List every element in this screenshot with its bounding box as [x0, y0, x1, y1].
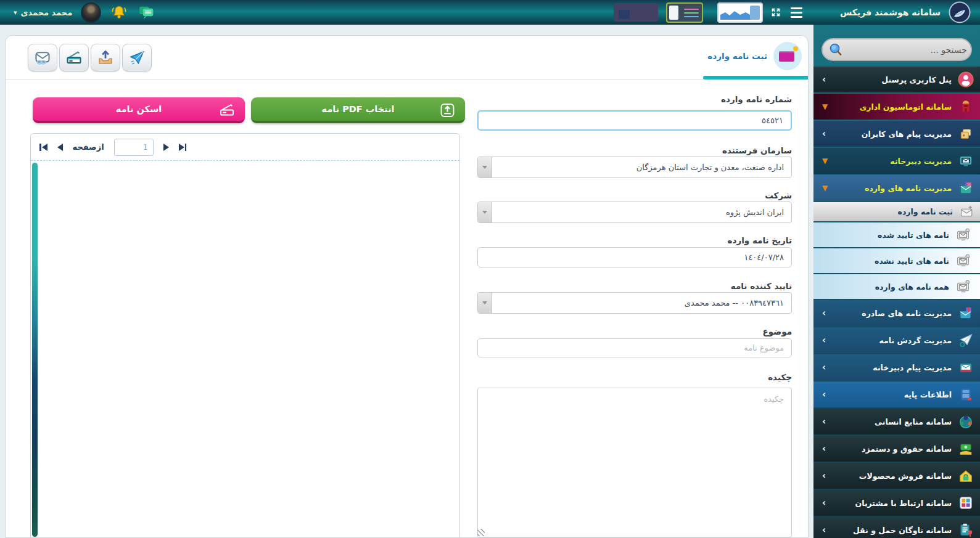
sidebar-item-fleet-system[interactable]: ‹ سامانه ناوگان حمل و نقل	[813, 517, 980, 538]
tab-register-incoming-letter[interactable]: ثبت نامه وارده	[707, 42, 802, 70]
chevron-left-icon: ‹	[822, 497, 826, 508]
upload-white-icon	[439, 102, 456, 119]
textarea-resize-grip[interactable]	[477, 529, 485, 536]
sidebar-item-hr-system[interactable]: ‹ سامانه منابع انسانی	[813, 409, 980, 434]
chevron-down-icon: ▾	[14, 9, 17, 17]
money-hand-icon	[957, 441, 974, 457]
sidebar-item-label: مدیریت پیام دبیرخانه	[873, 363, 952, 372]
messages-chat-icon[interactable]	[137, 3, 155, 22]
letter-preview-area	[31, 161, 459, 538]
dropdown-arrow-icon	[478, 157, 492, 177]
preview-scrollbar[interactable]	[32, 163, 38, 537]
all-letters-icon	[955, 279, 971, 295]
sidebar-item-personnel-panel[interactable]: ‹ پنل کاربری پرسنل	[813, 67, 980, 92]
sidebar-item-secretariat-management[interactable]: ▼ مدیریت دبیرخانه	[813, 148, 980, 174]
paper-plane-icon	[957, 332, 974, 349]
user-name-label: محمد محمدی	[21, 8, 73, 17]
send-plane-icon	[128, 49, 146, 67]
store-house-icon	[957, 468, 974, 484]
previous-page-button[interactable]	[57, 144, 63, 151]
dropdown-arrow-icon	[478, 293, 492, 313]
scan-letter-button[interactable]: اسکن نامه	[33, 97, 245, 123]
sidebar-item-office-automation[interactable]: ▼ سامانه اتوماسیون اداری	[813, 94, 980, 120]
page-number-input[interactable]	[114, 139, 154, 156]
sidebar-item-label: اطلاعات پایه	[904, 390, 952, 399]
notifications-bell-icon[interactable]	[110, 3, 128, 22]
scanner-button[interactable]	[59, 44, 89, 71]
sidebar-item-secretariat-messages[interactable]: ‹ مدیریت پیام دبیرخانه	[813, 354, 980, 380]
letter-date-input[interactable]	[477, 247, 792, 267]
letter-no-input[interactable]	[477, 110, 792, 131]
mail-book-icon	[957, 359, 974, 376]
sidebar-subitem-unapproved-letters[interactable]: نامه های تایید نشده	[813, 248, 980, 273]
user-menu[interactable]: ▾ محمد محمدی	[14, 8, 72, 17]
sidebar-item-payroll-system[interactable]: ‹ سامانه حقوق و دستمزد	[813, 436, 980, 462]
chevron-left-icon: ‹	[822, 389, 826, 400]
last-page-button[interactable]	[179, 144, 187, 151]
app-logo	[949, 1, 971, 23]
chevron-left-icon: ‹	[822, 74, 826, 85]
sidebar-item-label: سامانه اتوماسیون اداری	[860, 102, 952, 112]
tab-envelope-icon	[773, 42, 802, 70]
sidebar-item-label: سامانه ناوگان حمل و نقل	[853, 526, 952, 535]
company-value: ایران اندیش پژوه	[492, 208, 791, 217]
search-input[interactable]	[844, 45, 967, 55]
pagination-bar: ازصفحه	[31, 134, 459, 161]
sidebar-search[interactable]	[821, 38, 972, 61]
sidebar-subitem-register-incoming-letter[interactable]: ثبت نامه وارده	[813, 202, 980, 221]
sidebar-item-letter-circulation[interactable]: ‹ مدیریت گردش نامه	[813, 327, 980, 353]
register-letter-icon	[958, 203, 975, 220]
sidebar-item-incoming-letters[interactable]: ▼ مدیریت نامه های وارده	[813, 175, 980, 201]
incoming-envelope-icon	[957, 180, 974, 197]
link-mail-button[interactable]	[28, 44, 57, 71]
approver-value: ٠٠٨٣٩٤٧٣٦١ -- محمد محمدی	[492, 298, 791, 308]
sidebar-item-crm-system[interactable]: ‹ سامانه ارتباط با مشتریان	[813, 490, 980, 516]
choose-pdf-button[interactable]: انتخاب PDF نامه	[251, 97, 465, 123]
window-preview-3[interactable]	[717, 2, 763, 23]
sidebar-item-outgoing-letters[interactable]: ‹ مدیریت نامه های صادره	[813, 300, 980, 326]
send-button[interactable]	[122, 44, 152, 71]
sidebar-subitem-label: نامه های تایید شده	[878, 230, 949, 240]
sidebar-subitem-approved-letters[interactable]: نامه های تایید شده	[813, 222, 980, 247]
page-label: ازصفحه	[73, 142, 104, 152]
sidebar-item-sales-system[interactable]: ‹ سامانه فروش محصولات	[813, 463, 980, 489]
folders-icon	[957, 126, 974, 142]
sidebar-item-label: سامانه فروش محصولات	[859, 471, 952, 481]
document-preview-panel: ازصفحه	[30, 133, 460, 538]
approver-select[interactable]: ٠٠٨٣٩٤٧٣٦١ -- محمد محمدی	[477, 292, 792, 314]
sender-org-select[interactable]: اداره صنعت، معدن و تجارت استان هرمزگان	[477, 157, 792, 178]
company-select[interactable]: ایران اندیش پژوه	[477, 202, 792, 223]
unapproved-letters-icon	[955, 253, 971, 269]
sidebar-item-user-messages[interactable]: ‹ مدیریت پیام های کابران	[813, 121, 980, 147]
subject-input[interactable]	[477, 338, 792, 357]
next-page-button[interactable]	[163, 144, 169, 151]
user-avatar[interactable]	[81, 2, 101, 23]
sidebar-item-base-info[interactable]: ‹ اطلاعات پایه	[813, 381, 980, 407]
fullscreen-expand-icon[interactable]	[767, 3, 785, 22]
sidebar-subitem-all-incoming-letters[interactable]: همه نامه های وارده	[813, 274, 980, 299]
sidebar-subitem-label: ثبت نامه وارده	[898, 207, 953, 216]
sidebar: ‹ پنل کاربری پرسنل ▼ سامانه اتوماسیون اد…	[813, 25, 980, 538]
approved-letters-icon	[955, 227, 971, 243]
top-navbar: ▾ محمد محمدی	[0, 0, 980, 25]
window-preview-1[interactable]	[614, 3, 658, 22]
sidebar-item-label: مدیریت نامه های صادره	[862, 309, 952, 318]
app-title: سامانه هوشمند فریکس	[840, 7, 941, 17]
chevron-down-icon: ▼	[822, 157, 828, 165]
sidebar-item-label: مدیریت پیام های کابران	[862, 129, 952, 139]
card-toolbar	[28, 44, 152, 71]
upload-button[interactable]	[91, 44, 120, 71]
first-page-button[interactable]	[39, 144, 47, 151]
sidebar-item-label: مدیریت گردش نامه	[879, 336, 952, 345]
menu-hamburger-icon[interactable]	[791, 7, 802, 18]
chevron-down-icon: ▼	[822, 102, 828, 111]
summary-textarea[interactable]	[477, 388, 792, 537]
window-preview-2-selected[interactable]	[666, 2, 703, 23]
dropdown-arrow-icon	[478, 202, 492, 222]
approver-label: تایید کننده نامه	[477, 281, 792, 291]
chevron-left-icon: ‹	[822, 470, 826, 481]
chevron-left-icon: ‹	[822, 308, 826, 319]
chevron-left-icon: ‹	[822, 335, 826, 346]
tab-label: ثبت نامه وارده	[707, 51, 767, 61]
customers-grid-icon	[957, 495, 974, 512]
